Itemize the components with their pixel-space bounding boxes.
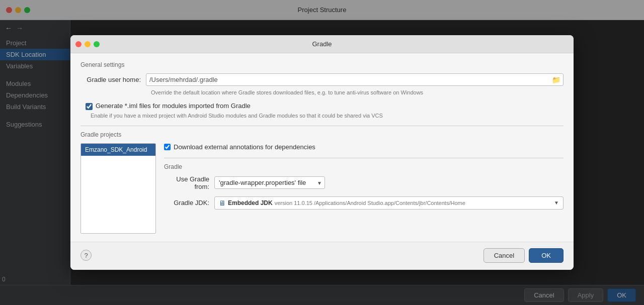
use-gradle-from-select[interactable]: 'gradle-wrapper.properties' file Local i… — [214, 176, 325, 189]
folder-icon: 📁 — [552, 76, 560, 84]
generate-iml-label: Generate *.iml files for modules importe… — [96, 102, 251, 110]
general-settings-label: General settings — [80, 61, 564, 68]
dialog-close-button[interactable] — [75, 41, 82, 47]
dialog-footer: ? Cancel OK — [70, 242, 574, 270]
generate-iml-hint: Enable if you have a mixed project with … — [91, 112, 564, 120]
modal-overlay: Gradle General settings Gradle user home… — [0, 0, 644, 305]
gradle-section-divider — [164, 158, 564, 158]
help-button[interactable]: ? — [80, 250, 92, 261]
download-annotations-checkbox[interactable] — [164, 144, 171, 150]
download-annotations-row: Download external annotations for depend… — [164, 143, 564, 151]
dialog-traffic-lights — [75, 41, 100, 47]
download-annotations-label: Download external annotations for depend… — [174, 143, 315, 151]
dialog-title: Gradle — [312, 40, 332, 48]
gradle-projects-label: Gradle projects — [80, 131, 564, 138]
gradle-user-home-input-wrap: 📁 — [146, 73, 564, 86]
dialog-maximize-button[interactable] — [94, 41, 100, 47]
jdk-embedded-label: Embedded JDK — [228, 199, 273, 207]
use-gradle-from-label: Use Gradle from: — [164, 175, 214, 190]
dialog-titlebar: Gradle — [70, 35, 574, 53]
gradle-user-home-input[interactable] — [146, 73, 564, 86]
gradle-user-home-hint: Override the default location where Grad… — [151, 89, 564, 96]
gradle-projects-layout: Emzano_SDK_Android Download external ann… — [80, 143, 564, 234]
gradle-jdk-label: Gradle JDK: — [164, 199, 214, 207]
dialog-minimize-button[interactable] — [85, 41, 91, 47]
gradle-jdk-select[interactable]: 🖥 Embedded JDK version 11.0.15 /Applicat… — [214, 196, 564, 210]
generate-iml-row: Generate *.iml files for modules importe… — [86, 102, 564, 110]
jdk-icon: 🖥 — [219, 199, 226, 207]
list-item[interactable]: Emzano_SDK_Android — [81, 144, 155, 156]
generate-iml-checkbox[interactable] — [86, 103, 93, 110]
gradle-jdk-row: Gradle JDK: 🖥 Embedded JDK version 11.0.… — [164, 196, 564, 210]
gradle-user-home-label: Gradle user home: — [80, 76, 146, 83]
use-gradle-from-select-wrap: 'gradle-wrapper.properties' file Local i… — [214, 176, 325, 189]
section-divider-1 — [80, 126, 564, 126]
jdk-dropdown-arrow-icon: ▼ — [554, 200, 559, 206]
gradle-user-home-row: Gradle user home: 📁 — [80, 73, 564, 86]
project-list: Emzano_SDK_Android — [80, 143, 156, 234]
gradle-dialog: Gradle General settings Gradle user home… — [70, 35, 574, 270]
jdk-detail: version 11.0.15 /Applications/Android St… — [275, 200, 465, 206]
dialog-body: General settings Gradle user home: 📁 Ove… — [70, 53, 574, 242]
ok-button[interactable]: OK — [529, 248, 564, 263]
gradle-settings-right: Download external annotations for depend… — [164, 143, 564, 234]
cancel-button[interactable]: Cancel — [484, 248, 525, 263]
use-gradle-from-row: Use Gradle from: 'gradle-wrapper.propert… — [164, 175, 564, 190]
gradle-sub-label: Gradle — [164, 163, 564, 170]
dialog-actions: Cancel OK — [484, 248, 564, 263]
